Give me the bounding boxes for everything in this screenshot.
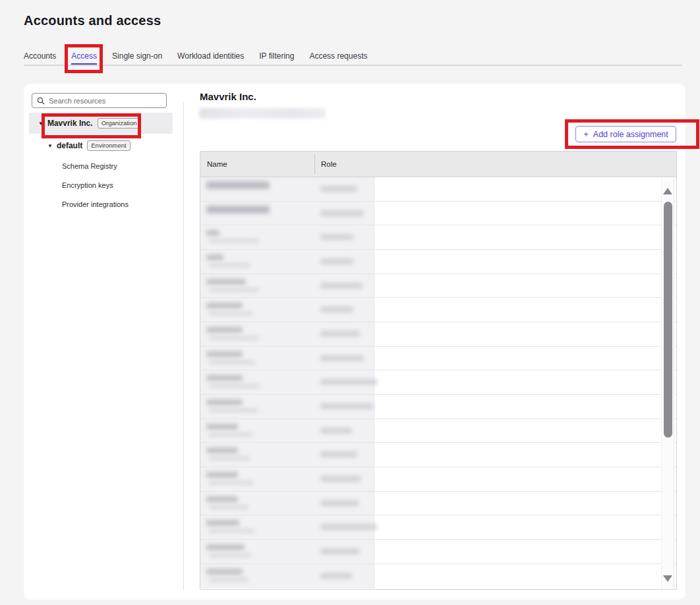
redacted-role	[320, 548, 360, 554]
plus-icon: +	[583, 130, 589, 138]
tab-ip-filtering[interactable]: IP filtering	[259, 51, 294, 65]
add-role-assignment-label: Add role assignment	[593, 130, 668, 139]
redacted-name	[206, 399, 243, 405]
role-assignments-table: Name Role	[200, 151, 677, 590]
table-row-redacted	[200, 419, 676, 444]
tabs-underline	[24, 65, 682, 66]
sidebar-divider	[183, 102, 184, 591]
table-header: Name Role	[200, 152, 676, 177]
tab-access[interactable]: Access	[71, 51, 97, 65]
tree-item-encryption-keys[interactable]: Encryption keys	[62, 179, 183, 191]
page-title: Accounts and access	[24, 13, 161, 28]
redacted-name	[206, 569, 243, 575]
redacted-role	[320, 451, 357, 457]
redacted-name-secondary	[209, 408, 258, 413]
redacted-role	[320, 283, 363, 289]
redacted-role	[320, 258, 353, 264]
table-row-redacted	[200, 492, 676, 516]
tab-workload-identities[interactable]: Workload identities	[177, 51, 244, 65]
redacted-name	[206, 279, 246, 285]
table-row-redacted	[200, 540, 676, 564]
redacted-role	[320, 524, 377, 530]
tab-accounts[interactable]: Accounts	[24, 51, 56, 65]
resource-tree: ▼ Mavvrik Inc. Organization ▼ default En…	[24, 113, 183, 210]
redacted-name-secondary	[209, 263, 250, 268]
redacted-role	[320, 355, 364, 361]
table-body	[200, 177, 676, 589]
tree-item-provider-integrations[interactable]: Provider integrations	[62, 198, 183, 210]
selected-resource-title: Mavvrik Inc.	[200, 91, 256, 102]
scroll-up-arrow-icon[interactable]	[663, 188, 672, 194]
tab-single-sign-on[interactable]: Single sign-on	[112, 51, 162, 65]
redacted-role	[320, 379, 377, 385]
table-row-redacted	[200, 322, 676, 347]
redacted-name-secondary	[209, 384, 260, 388]
redacted-resource-id	[199, 108, 326, 119]
redacted-name-secondary	[209, 456, 250, 461]
redacted-name-secondary	[209, 577, 248, 582]
table-row-redacted	[200, 274, 676, 299]
add-role-assignment-button[interactable]: + Add role assignment	[575, 126, 676, 142]
table-row-redacted	[200, 370, 676, 395]
redacted-role	[320, 500, 359, 506]
redacted-name-secondary	[209, 480, 254, 485]
redacted-role	[320, 403, 373, 409]
redacted-name	[206, 496, 238, 502]
redacted-name	[206, 181, 270, 189]
redacted-name-secondary	[209, 432, 252, 437]
organization-badge: Organization	[98, 118, 141, 129]
redacted-name-secondary	[209, 360, 255, 364]
redacted-role	[320, 331, 360, 337]
redacted-name	[206, 375, 243, 381]
table-row-redacted	[200, 298, 676, 322]
table-row-redacted	[200, 347, 676, 371]
redacted-name	[206, 302, 243, 308]
redacted-name	[206, 544, 245, 550]
redacted-name-secondary	[209, 287, 259, 292]
redacted-name	[206, 254, 223, 260]
tab-access-requests[interactable]: Access requests	[309, 51, 367, 65]
tree-item-environment[interactable]: ▼ default Environment	[47, 138, 183, 153]
redacted-name	[206, 447, 238, 453]
redacted-name	[206, 472, 238, 478]
redacted-name-secondary	[209, 553, 251, 558]
table-row-redacted	[200, 515, 676, 540]
table-row-redacted	[200, 395, 676, 419]
redacted-name	[206, 424, 238, 430]
scroll-down-arrow-icon[interactable]	[663, 575, 672, 582]
redacted-role	[320, 186, 357, 192]
environment-badge: Environment	[87, 140, 130, 152]
tab-bar: Accounts Access Single sign-on Workload …	[24, 52, 367, 65]
column-divider	[314, 154, 315, 174]
tree-item-label: default	[57, 141, 82, 150]
caret-down-icon[interactable]: ▼	[38, 121, 44, 127]
redacted-name	[206, 327, 243, 333]
caret-down-icon[interactable]: ▼	[47, 143, 53, 149]
table-row-redacted	[200, 202, 676, 226]
content-card: ▼ Mavvrik Inc. Organization ▼ default En…	[24, 84, 685, 600]
tree-item-organization[interactable]: ▼ Mavvrik Inc. Organization	[29, 113, 173, 134]
redacted-role	[320, 573, 352, 579]
resource-search[interactable]	[32, 93, 167, 108]
redacted-role	[320, 428, 352, 434]
scrollbar-thumb[interactable]	[664, 202, 672, 438]
table-row-redacted	[200, 250, 676, 274]
search-input[interactable]	[49, 97, 161, 105]
column-header-name: Name	[207, 160, 227, 168]
tree-item-schema-registry[interactable]: Schema Registry	[62, 160, 183, 172]
redacted-name-secondary	[209, 529, 255, 533]
redacted-name	[206, 206, 270, 214]
redacted-name-secondary	[209, 505, 248, 509]
redacted-name	[206, 520, 239, 526]
table-row-redacted	[200, 467, 676, 492]
search-icon	[37, 97, 45, 105]
redacted-name-secondary	[209, 335, 259, 340]
redacted-role	[320, 234, 353, 240]
redacted-role	[320, 306, 353, 312]
redacted-name	[206, 230, 219, 236]
table-row-redacted	[200, 443, 676, 467]
table-row-redacted	[200, 177, 676, 202]
redacted-name-secondary	[209, 311, 252, 316]
vertical-scrollbar[interactable]	[661, 179, 674, 589]
column-header-role: Role	[321, 160, 337, 168]
